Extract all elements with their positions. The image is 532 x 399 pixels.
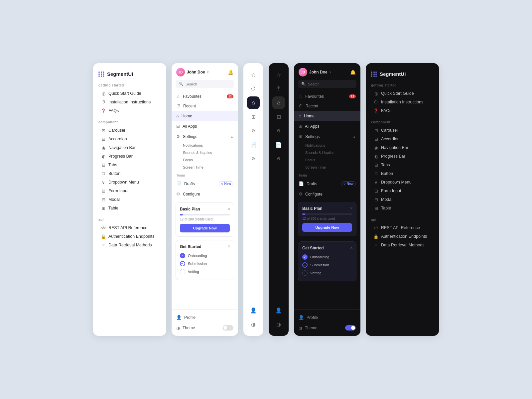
nav-drafts[interactable]: 📄 Drafts ◇ New <box>172 179 238 189</box>
theme-toggle[interactable] <box>223 325 233 331</box>
dark-icon-nav-home[interactable]: ⌂ <box>272 96 285 109</box>
search-input[interactable] <box>186 82 231 86</box>
dark-nav-all-apps[interactable]: ⊞ All Apps <box>294 121 360 131</box>
dark-nav-notifications[interactable]: Notifications <box>294 142 360 149</box>
dark-sidebar-item-auth[interactable]: 🔒 Authentication Endpoints <box>371 232 434 241</box>
sidebar-item-tabs[interactable]: ⊟ Tabs <box>98 161 161 169</box>
nav-home[interactable]: ⌂ Home <box>172 111 238 121</box>
dark-nav-screen-time[interactable]: Screen Time <box>294 164 360 171</box>
nav-all-apps[interactable]: ⊞ All Apps <box>172 121 238 131</box>
dark-nav-profile[interactable]: 👤 Profile <box>294 312 360 323</box>
sidebar-item-installation[interactable]: ⏱ Installation Instructions <box>98 98 161 106</box>
icon-nav-home[interactable]: ⌂ <box>247 96 260 109</box>
checklist-vetting[interactable]: Vetting <box>180 268 230 276</box>
bell-icon[interactable]: 🔔 <box>228 69 233 75</box>
sidebar-item-data-retrieval[interactable]: ≡ Data Retrieval Methods <box>98 241 161 249</box>
dark-checklist-submission[interactable]: Submission <box>302 261 352 269</box>
dark-icon-nav-document[interactable]: 📄 <box>272 138 285 151</box>
nav-configure[interactable]: ⚙ Configure <box>172 189 238 199</box>
dark-search-input[interactable] <box>308 82 353 86</box>
checklist-submission[interactable]: Submission <box>180 260 230 268</box>
dark-icon-nav-star[interactable]: ☆ <box>272 68 285 81</box>
nav-notifications[interactable]: Notifications <box>172 142 238 149</box>
sidebar-item-auth[interactable]: 🔒 Authentication Endpoints <box>98 232 161 241</box>
sidebar-item-button[interactable]: □ Button <box>98 169 161 178</box>
dark-icon-nav-clock[interactable]: ⏱ <box>272 82 285 95</box>
dark-nav-home[interactable]: ⌂ Home <box>294 111 360 121</box>
dark-search-icon: 🔍 <box>301 82 306 86</box>
dark-nav-sounds[interactable]: Sounds & Haptics <box>294 149 360 156</box>
sidebar-item-carousel[interactable]: ⊡ Carousel <box>98 126 161 135</box>
dark-sidebar-item-accordion[interactable]: ⊟ Accordion <box>371 135 434 143</box>
nav-recent[interactable]: ⏱ Recent <box>172 101 238 111</box>
dark-sidebar-item-table[interactable]: ⊞ Table <box>371 204 434 212</box>
dark-theme-toggle[interactable] <box>345 325 356 331</box>
icon-nav-clock[interactable]: ⏱ <box>247 82 260 95</box>
dark-user-info[interactable]: JD John Doe ▾ <box>299 68 331 76</box>
dark-sidebar-item-button[interactable]: □ Button <box>371 169 434 178</box>
dark-sidebar-item-dropdown[interactable]: ∨ Dropdown Menu <box>371 178 434 187</box>
dark-icon-nav-configure[interactable]: ⚙ <box>272 152 285 165</box>
nav-favourites[interactable]: ☆ Favourites 12 <box>172 91 238 101</box>
dark-nav-configure[interactable]: ⚙ Configure <box>294 189 360 199</box>
icon-nav-settings[interactable]: ⚙ <box>247 124 260 137</box>
dark-nav-settings[interactable]: ⚙ Settings ▲ <box>294 131 360 142</box>
nav-sounds[interactable]: Sounds & Haptics <box>172 149 238 156</box>
dark-nav-recent[interactable]: ⏱ Recent <box>294 101 360 111</box>
sidebar-item-progress-bar[interactable]: ◐ Progress Bar <box>98 152 161 161</box>
dark-sidebar-item-quick-start[interactable]: ◎ Quick Start Guide <box>371 89 434 98</box>
sidebar-item-nav-bar[interactable]: ◉ Navigation Bar <box>98 143 161 152</box>
dark-sidebar-item-progress-bar[interactable]: ◐ Progress Bar <box>371 152 434 161</box>
dark-sidebar-item-data-retrieval[interactable]: ≡ Data Retrieval Methods <box>371 241 434 249</box>
sidebar-item-dropdown[interactable]: ∨ Dropdown Menu <box>98 178 161 187</box>
dark-bell-icon[interactable]: 🔔 <box>350 69 356 75</box>
dark-nav-drafts[interactable]: 📄 Drafts ◇ New <box>294 179 360 189</box>
nav-settings[interactable]: ⚙ Settings ▲ <box>172 131 238 142</box>
nav-focus[interactable]: Focus <box>172 156 238 164</box>
dark-sidebar-item-rest-api[interactable]: </> REST API Reference <box>371 223 434 232</box>
form-input-icon: ⊡ <box>101 189 106 193</box>
icon-nav-star[interactable]: ☆ <box>247 68 260 81</box>
user-info[interactable]: JD John Doe ▾ <box>176 68 209 76</box>
dark-sidebar-item-tabs[interactable]: ⊟ Tabs <box>371 161 434 169</box>
sidebar-item-quick-start[interactable]: ◎ Quick Start Guide <box>98 89 161 98</box>
sidebar-item-accordion[interactable]: ⊟ Accordion <box>98 135 161 143</box>
sidebar-item-rest-api[interactable]: </> REST API Reference <box>98 223 161 232</box>
dark-nav-favourites[interactable]: ☆ Favourites 12 <box>294 91 360 101</box>
icon-nav-apps[interactable]: ⊞ <box>247 110 260 123</box>
sidebar-item-faqs[interactable]: ❓ FAQs <box>98 106 161 115</box>
checklist-onboarding[interactable]: ✓ Onboarding <box>180 252 230 260</box>
dark-icon-nav-settings[interactable]: ⚙ <box>272 124 285 137</box>
upgrade-button[interactable]: Upgrade Now <box>180 224 230 232</box>
icon-nav-theme[interactable]: ◑ <box>247 318 260 331</box>
nav-screen-time[interactable]: Screen Time <box>172 164 238 171</box>
dark-sidebar-item-nav-bar[interactable]: ◉ Navigation Bar <box>371 143 434 152</box>
dark-sidebar-item-faqs[interactable]: ❓ FAQs <box>371 106 434 115</box>
icon-nav-configure[interactable]: ⚙ <box>247 152 260 165</box>
dark-card-close-icon[interactable]: × <box>350 205 353 211</box>
dark-checklist-onboarding[interactable]: ✓ Onboarding <box>302 253 352 261</box>
card-close-icon-2[interactable]: × <box>228 244 230 249</box>
dark-upgrade-button[interactable]: Upgrade Now <box>302 223 352 232</box>
dark-sidebar-item-modal[interactable]: ⊟ Modal <box>371 195 434 204</box>
icon-nav-document[interactable]: 📄 <box>247 138 260 151</box>
sidebar-item-modal[interactable]: ⊟ Modal <box>98 195 161 204</box>
icon-nav-profile[interactable]: 👤 <box>247 304 260 317</box>
dark-icon-nav-profile[interactable]: 👤 <box>272 304 285 317</box>
dark-checklist-vetting[interactable]: Vetting <box>302 269 352 277</box>
sidebar-item-table[interactable]: ⊞ Table <box>98 204 161 212</box>
nav-profile[interactable]: 👤 Profile <box>172 312 238 323</box>
nav-theme[interactable]: ◑ Theme <box>172 323 238 333</box>
dark-new-badge: ◇ New <box>341 181 356 186</box>
dark-nav-theme[interactable]: ◑ Theme <box>294 323 360 333</box>
sidebar-item-form-input[interactable]: ⊡ Form Input <box>98 187 161 195</box>
dark-icon-nav-theme[interactable]: ◑ <box>272 318 285 331</box>
dark-sidebar-item-carousel[interactable]: ⊡ Carousel <box>371 126 434 135</box>
dark-team-section-label: Team <box>294 171 360 179</box>
dark-sidebar-item-form-input[interactable]: ⊡ Form Input <box>371 187 434 195</box>
card-close-icon[interactable]: × <box>228 206 230 211</box>
dark-sidebar-item-installation[interactable]: ⏱ Installation Instructions <box>371 98 434 106</box>
dark-icon-nav-apps[interactable]: ⊞ <box>272 110 285 123</box>
dark-card-close-icon-2[interactable]: × <box>350 245 353 250</box>
dark-nav-focus[interactable]: Focus <box>294 156 360 164</box>
